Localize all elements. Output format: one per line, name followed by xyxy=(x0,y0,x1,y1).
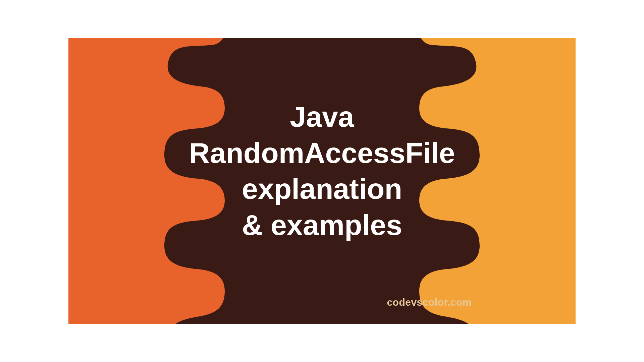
title-line-2: RandomAccessFile xyxy=(189,135,455,171)
title-line-3: explanation xyxy=(189,171,455,207)
title-line-1: Java xyxy=(189,99,455,135)
graphic-canvas: Java RandomAccessFile explanation & exam… xyxy=(68,38,576,324)
main-title: Java RandomAccessFile explanation & exam… xyxy=(189,99,455,243)
title-line-4: & examples xyxy=(189,207,455,243)
content-area: Java RandomAccessFile explanation & exam… xyxy=(68,38,576,324)
watermark-text: codevscolor.com xyxy=(387,297,472,308)
